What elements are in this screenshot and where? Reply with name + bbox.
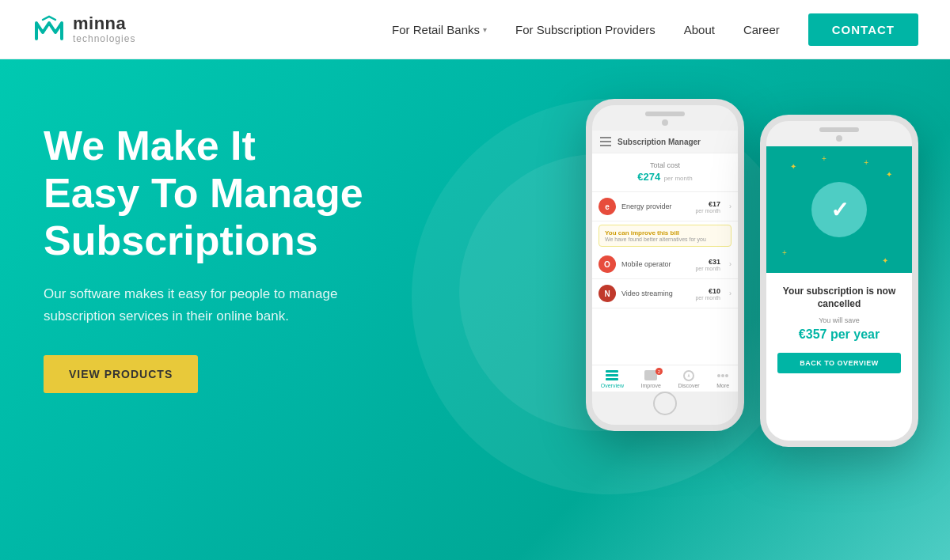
navbar: minna technologies For Retail Banks ▾ Fo… xyxy=(0,0,950,59)
chevron-right-icon-3: › xyxy=(729,289,732,297)
cancelled-title: Your subscription is now cancelled xyxy=(777,286,901,310)
nav-improve[interactable]: 2 Improve xyxy=(641,370,661,387)
improve-title: You can improve this bill xyxy=(605,229,725,236)
total-cost-section: Total cost €274 per month xyxy=(592,153,738,192)
overview-label: Overview xyxy=(601,383,624,387)
subscription-item-energy[interactable]: e Energy provider €17 per month › xyxy=(592,192,738,221)
star-icon-3: ✦ xyxy=(886,170,892,179)
chevron-right-icon-2: › xyxy=(729,260,732,268)
hamburger-icon xyxy=(600,137,611,146)
svg-rect-2 xyxy=(606,374,618,376)
back-to-overview-button[interactable]: BACK TO OVERVIEW xyxy=(777,353,901,373)
chevron-down-icon: ▾ xyxy=(483,25,487,34)
video-name: Video streaming xyxy=(621,289,690,297)
discover-icon xyxy=(682,370,695,381)
nav-about[interactable]: About xyxy=(684,23,715,36)
nav-discover[interactable]: Discover xyxy=(678,370,699,387)
phone-2-speaker xyxy=(819,127,859,132)
logo-name: minna xyxy=(73,14,135,33)
svg-point-6 xyxy=(717,374,720,377)
overview-icon xyxy=(606,370,618,381)
logo[interactable]: minna technologies xyxy=(32,12,135,47)
checkmark-icon: ✓ xyxy=(830,197,849,223)
video-price: €10 per month xyxy=(695,287,720,301)
improve-badge: 2 xyxy=(656,368,663,375)
logo-text: minna technologies xyxy=(73,14,135,44)
phone-2-camera xyxy=(836,135,842,142)
chevron-right-icon: › xyxy=(729,202,732,210)
subscription-manager-title: Subscription Manager xyxy=(618,138,701,146)
hero-title: We Make It Easy To Manage Subscriptions xyxy=(44,123,376,264)
phone-1-speaker xyxy=(645,112,685,116)
hero-description: Our software makes it easy for people to… xyxy=(44,283,376,326)
svg-rect-3 xyxy=(606,378,618,380)
energy-icon: e xyxy=(598,198,616,215)
star-icon-6: ✦ xyxy=(882,256,888,265)
total-period: per month xyxy=(664,175,693,182)
phone-1-bottom-nav: Overview 2 Improve Disc xyxy=(592,365,738,387)
star-icon-5: + xyxy=(782,248,787,257)
svg-point-8 xyxy=(725,374,728,377)
phone-1-home-button xyxy=(653,392,677,415)
hero-text-block: We Make It Easy To Manage Subscriptions … xyxy=(44,123,376,393)
subscription-item-mobile[interactable]: O Mobile operator €31 per month › xyxy=(592,250,738,279)
energy-price: €17 per month xyxy=(695,200,720,214)
star-icon-1: ✦ xyxy=(790,162,796,171)
more-icon xyxy=(716,370,729,381)
nav-more[interactable]: More xyxy=(716,370,729,387)
logo-icon xyxy=(32,12,66,47)
mobile-name: Mobile operator xyxy=(621,260,690,268)
logo-subtitle: technologies xyxy=(73,34,135,44)
improve-banner: You can improve this bill We have found … xyxy=(598,225,732,247)
discover-label: Discover xyxy=(678,383,699,387)
energy-name: Energy provider xyxy=(621,202,690,210)
svg-point-7 xyxy=(721,374,724,377)
phone-2-screen: ✦ + ✦ + + ✦ ✓ Your subscription is now c… xyxy=(766,146,912,447)
phone-2-content: Your subscription is now cancelled You w… xyxy=(766,273,912,447)
phone-mockup-2: ✦ + ✦ + + ✦ ✓ Your subscription is now c… xyxy=(760,115,918,447)
star-icon-2: + xyxy=(822,154,826,163)
mobile-icon: O xyxy=(598,255,616,273)
nav-career[interactable]: Career xyxy=(743,23,780,36)
phone-1-app-header: Subscription Manager xyxy=(592,131,738,153)
phone-mockup-1: Subscription Manager Total cost €274 per… xyxy=(586,99,744,431)
nav-retail-banks[interactable]: For Retail Banks ▾ xyxy=(392,23,487,36)
subscription-item-video[interactable]: N Video streaming €10 per month › xyxy=(592,279,738,308)
cancelled-banner: ✦ + ✦ + + ✦ ✓ xyxy=(766,146,912,273)
view-products-button[interactable]: VIEW PRODUCTS xyxy=(44,355,198,393)
mobile-price: €31 per month xyxy=(695,258,720,271)
phone-1-camera xyxy=(662,119,668,126)
phones-container: Subscription Manager Total cost €274 per… xyxy=(586,75,918,447)
total-cost-label: Total cost xyxy=(598,161,732,169)
improve-desc: We have found better alternatives for yo… xyxy=(605,236,725,242)
contact-button[interactable]: CONTACT xyxy=(808,13,918,46)
hero-section: We Make It Easy To Manage Subscriptions … xyxy=(0,59,950,560)
save-amount: €357 per year xyxy=(777,327,901,342)
save-label: You will save xyxy=(777,316,901,324)
improve-label: Improve xyxy=(641,383,661,387)
check-circle: ✓ xyxy=(811,182,867,237)
total-amount: €274 xyxy=(637,171,660,183)
nav-links: For Retail Banks ▾ For Subscription Prov… xyxy=(392,13,918,46)
video-icon: N xyxy=(598,285,616,302)
star-icon-4: + xyxy=(864,158,868,167)
nav-subscription-providers[interactable]: For Subscription Providers xyxy=(515,23,656,36)
more-label: More xyxy=(716,383,729,387)
total-cost-value: €274 per month xyxy=(598,169,732,184)
nav-overview[interactable]: Overview xyxy=(601,370,624,387)
svg-rect-1 xyxy=(606,370,618,373)
phone-1-screen: Subscription Manager Total cost €274 per… xyxy=(592,131,738,387)
